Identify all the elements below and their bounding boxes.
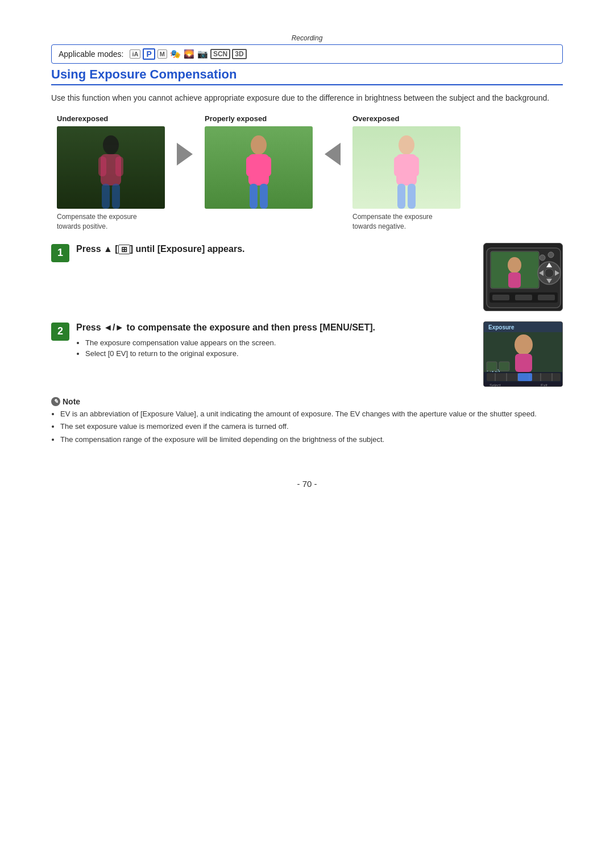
mode-scene3-icon: 📷 (197, 49, 208, 59)
arrow-right-container (171, 143, 199, 166)
underexposed-photo (57, 126, 165, 209)
mode-m-icon: M (157, 49, 167, 59)
overexposed-caption: Compensate the exposure towards negative… (347, 212, 433, 232)
svg-rect-49 (518, 373, 532, 381)
mode-scn-icon: SCN (210, 49, 230, 59)
note-section: ✎ Note EV is an abbreviation of [Exposur… (51, 397, 563, 445)
mode-icons: iA P M 🎭 🌄 📷 SCN 3D (129, 48, 246, 60)
exposure-examples: Underexposed Compensate the exposure tow… (51, 114, 563, 232)
underexposed-caption: Compensate the exposure towards positive… (51, 212, 137, 232)
svg-point-31 (548, 252, 554, 258)
recording-label: Recording (51, 34, 563, 42)
arrow-left-icon (325, 143, 341, 166)
svg-rect-15 (411, 156, 419, 176)
description: Use this function when you cannot achiev… (51, 92, 563, 104)
svg-text:Select: Select (489, 383, 501, 387)
svg-rect-34 (515, 295, 532, 300)
svg-rect-11 (260, 184, 268, 209)
step-1-block: 1 Press ▲ [⊞] until [Exposure] appears. (51, 243, 563, 311)
svg-point-24 (545, 268, 554, 278)
svg-rect-9 (263, 156, 271, 176)
note-icon: ✎ (51, 397, 60, 406)
note-list: EV is an abbreviation of [Exposure Value… (51, 408, 563, 445)
svg-rect-22 (508, 272, 521, 288)
svg-rect-3 (115, 156, 123, 176)
step-2-block: 2 Press ◄/► to compensate the exposure a… (51, 321, 563, 387)
step-2-note-1: The exposure compensation value appears … (85, 337, 475, 349)
arrow-right-icon (177, 143, 193, 166)
mode-3d-icon: 3D (232, 49, 246, 59)
step-2-number: 2 (51, 323, 69, 341)
section-title: Using Exposure Compensation (51, 67, 563, 85)
overexposed-photo (352, 126, 460, 209)
svg-point-0 (103, 135, 119, 155)
mode-scene1-icon: 🎭 (170, 49, 181, 59)
svg-rect-2 (98, 156, 106, 176)
proper-photo (205, 126, 313, 209)
person-silhouette-over (389, 135, 424, 209)
svg-rect-33 (492, 295, 509, 300)
svg-rect-55 (499, 362, 509, 371)
svg-text:Exit: Exit (541, 383, 547, 387)
note-title: ✎ Note (51, 397, 563, 406)
svg-rect-41 (515, 354, 532, 372)
step-2-subnotes: The exposure compensation value appears … (76, 337, 475, 359)
proper-example: Properly exposed (199, 114, 318, 209)
person-silhouette-proper (242, 135, 276, 209)
svg-rect-14 (394, 156, 402, 176)
step-2-note-2: Select [0 EV] to return to the original … (85, 348, 475, 359)
note-item-3: The compensation range of the exposure w… (60, 434, 563, 445)
overexposed-label: Overexposed (347, 114, 399, 123)
note-item-1: EV is an abbreviation of [Exposure Value… (60, 408, 563, 420)
svg-text:Exposure: Exposure (488, 324, 515, 330)
mode-ia-icon: iA (130, 49, 140, 59)
note-item-2: The set exposure value is memorized even… (60, 421, 563, 432)
mode-p-icon: P (143, 48, 155, 60)
svg-point-30 (540, 255, 545, 261)
svg-rect-16 (397, 184, 405, 209)
svg-rect-10 (250, 184, 258, 209)
camera-back-svg (484, 243, 563, 311)
svg-rect-5 (112, 184, 120, 209)
svg-rect-35 (538, 295, 555, 300)
svg-rect-54 (487, 362, 497, 371)
svg-rect-17 (408, 184, 416, 209)
overexposed-example: Overexposed Compensate the exposure towa… (347, 114, 466, 232)
step-2-instruction: Press ◄/► to compensate the exposure and… (76, 321, 475, 334)
step-2-content: Press ◄/► to compensate the exposure and… (76, 321, 475, 359)
step-1-number: 1 (51, 244, 69, 262)
page-container: Recording Applicable modes: iA P M 🎭 🌄 📷… (51, 0, 563, 534)
proper-label: Properly exposed (199, 114, 267, 123)
applicable-modes-label: Applicable modes: (59, 49, 123, 59)
svg-point-40 (515, 334, 533, 355)
svg-rect-4 (102, 184, 110, 209)
svg-point-12 (399, 135, 414, 155)
svg-point-6 (251, 135, 267, 155)
mode-scene2-icon: 🌄 (184, 49, 194, 59)
page-number: - 70 - (51, 479, 563, 489)
underexposed-label: Underexposed (51, 114, 108, 123)
underexposed-example: Underexposed Compensate the exposure tow… (51, 114, 171, 232)
step-1-content: Press ▲ [⊞] until [Exposure] appears. (76, 243, 475, 255)
person-silhouette-under (94, 135, 128, 209)
exposure-screen-svg: Exposure (484, 322, 563, 387)
arrow-left-container (318, 143, 347, 166)
step-1-image (483, 243, 563, 311)
step-1-instruction: Press ▲ [⊞] until [Exposure] appears. (76, 243, 475, 255)
svg-rect-8 (246, 156, 254, 176)
applicable-modes-box: Applicable modes: iA P M 🎭 🌄 📷 SCN 3D (51, 44, 563, 64)
step-2-image: Exposure (483, 321, 563, 387)
svg-point-21 (508, 257, 521, 273)
